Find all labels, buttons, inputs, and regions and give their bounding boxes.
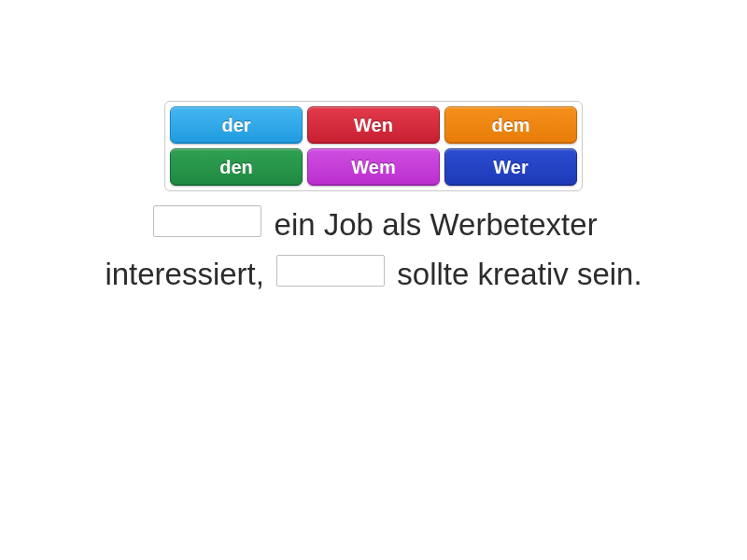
tile-label: der <box>221 115 250 136</box>
exercise-stage: der Wen dem den Wem Wer ein Job <box>0 0 747 560</box>
word: interessiert, <box>105 257 264 291</box>
word: sein. <box>577 257 642 291</box>
drop-slot-1[interactable] <box>153 205 261 237</box>
tile-row-1: der Wen dem <box>170 106 577 144</box>
tile-label: Wer <box>493 157 528 178</box>
tile-label: Wen <box>354 115 393 136</box>
word: als <box>382 207 421 242</box>
word: Job <box>324 207 374 242</box>
word: kreativ <box>478 257 569 291</box>
tile-container: der Wen dem den Wem Wer <box>164 101 583 191</box>
tile-row-2: den Wem Wer <box>170 148 577 186</box>
tile-den[interactable]: den <box>170 148 303 186</box>
tile-der[interactable]: der <box>170 106 303 144</box>
word: Werbetexter <box>430 207 598 242</box>
word: ein <box>275 207 316 242</box>
tile-dem[interactable]: dem <box>444 106 577 144</box>
tile-wen[interactable]: Wen <box>307 106 440 144</box>
sentence: ein Job als Werbetexter interessiert, so… <box>0 201 747 300</box>
tile-label: Wem <box>351 157 395 178</box>
tile-wer[interactable]: Wer <box>444 148 577 186</box>
tile-label: den <box>219 157 253 178</box>
tile-label: dem <box>491 115 529 136</box>
sentence-line-1: ein Job als Werbetexter <box>0 201 747 250</box>
drop-slot-2[interactable] <box>276 255 385 287</box>
tile-wem[interactable]: Wem <box>307 148 440 186</box>
word: sollte <box>397 257 469 291</box>
sentence-line-2: interessiert, sollte kreativ sein. <box>0 250 747 300</box>
